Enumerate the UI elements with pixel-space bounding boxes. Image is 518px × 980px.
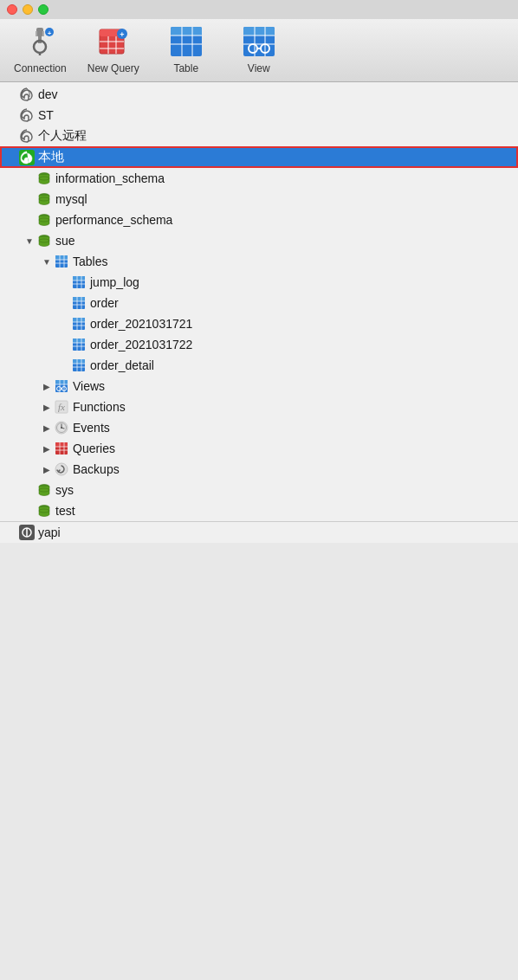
tree-label-information-schema: information_schema (55, 171, 165, 185)
events-icon (54, 420, 69, 435)
chevron-functions (42, 402, 52, 412)
functions-icon: fx (54, 399, 69, 415)
tree-item-yapi[interactable]: yapi (0, 521, 518, 543)
tree-label-jump-log: jump_log (90, 275, 139, 289)
table-icon-tables (54, 254, 69, 269)
tree-label-functions: Functions (73, 400, 126, 414)
svg-text:+: + (120, 30, 124, 39)
maximize-button[interactable] (38, 4, 49, 15)
leaf-icon-st (19, 107, 35, 123)
tree-item-order[interactable]: order (0, 293, 518, 313)
tree-item-sys[interactable]: sys (0, 480, 518, 500)
svg-rect-23 (243, 27, 275, 35)
tree-label-mysql: mysql (55, 192, 87, 206)
tree-label-order-detail: order_detail (90, 358, 154, 372)
database-icon-information-schema (36, 171, 52, 186)
chevron-views (42, 381, 52, 391)
svg-rect-47 (73, 276, 85, 280)
leaf-icon-personal (19, 128, 35, 144)
svg-rect-4 (36, 31, 37, 36)
table-label: Table (173, 62, 198, 74)
tree-item-order-2021031721[interactable]: order_2021031721 (0, 313, 518, 334)
view-label: View (248, 62, 270, 74)
database-icon-test (36, 503, 52, 519)
tree-label-sys: sys (55, 483, 74, 497)
svg-rect-77 (55, 380, 68, 384)
svg-rect-92 (55, 442, 68, 447)
svg-rect-17 (171, 27, 202, 35)
table-icon-jump-log (71, 274, 87, 290)
tree-label-queries: Queries (73, 442, 115, 455)
svg-rect-0 (36, 28, 43, 36)
table-icon-order-detail (71, 358, 87, 373)
tree-item-local[interactable]: 本地 (0, 146, 518, 168)
tree-item-order-detail[interactable]: order_detail (0, 355, 518, 376)
svg-rect-5 (42, 31, 44, 36)
tree-item-mysql[interactable]: mysql (0, 189, 518, 210)
close-button[interactable] (7, 4, 17, 15)
tree-label-sue: sue (55, 234, 75, 248)
chevron-queries (42, 443, 52, 454)
tree-label-st: ST (38, 108, 54, 122)
yapi-icon (19, 525, 35, 540)
tree-label-personal-remote: 个人远程 (38, 128, 87, 144)
svg-rect-65 (73, 338, 85, 343)
tree-item-st[interactable]: ST (0, 105, 518, 126)
database-icon-mysql (36, 191, 52, 207)
connection-toolbar-item[interactable]: + Connection (14, 24, 67, 74)
chevron-events (42, 422, 52, 433)
svg-point-90 (61, 427, 62, 429)
tree-item-test[interactable]: test (0, 500, 518, 521)
views-icon (54, 378, 69, 394)
tree-label-views: Views (73, 379, 105, 393)
backups-icon (54, 461, 69, 477)
tree-item-events[interactable]: Events (0, 417, 518, 438)
tree-item-tables[interactable]: Tables (0, 251, 518, 272)
view-icon (242, 24, 276, 59)
table-toolbar-item[interactable]: Table (160, 24, 212, 74)
tree-item-order-2021031722[interactable]: order_2021031722 (0, 334, 518, 355)
tree-item-jump-log[interactable]: jump_log (0, 272, 518, 293)
svg-rect-41 (55, 255, 68, 260)
tree-label-test: test (55, 504, 75, 518)
minimize-button[interactable] (23, 4, 33, 15)
tree-item-queries[interactable]: Queries (0, 438, 518, 459)
tree-item-performance-schema[interactable]: performance_schema (0, 210, 518, 230)
tree-item-sue[interactable]: sue (0, 230, 518, 251)
toolbar: + Connection + New Query (0, 19, 518, 82)
database-icon-performance-schema (36, 212, 52, 228)
tree-item-information-schema[interactable]: information_schema (0, 168, 518, 189)
tree-label-tables: Tables (73, 255, 107, 268)
leaf-icon-dev (19, 87, 35, 102)
tree-item-dev[interactable]: dev (0, 84, 518, 105)
sidebar: dev ST 个人远程 本地 (0, 82, 518, 543)
table-icon-order (71, 295, 87, 311)
new-query-toolbar-item[interactable]: + New Query (87, 24, 139, 74)
table-icon-order-2021031722 (71, 337, 87, 352)
chevron-backups (42, 464, 52, 474)
view-toolbar-item[interactable]: View (233, 24, 285, 74)
connection-icon: + (23, 24, 57, 59)
tree-label-yapi: yapi (38, 525, 61, 539)
table-icon-order-2021031721 (71, 316, 87, 332)
new-query-icon: + (96, 24, 131, 59)
tree-label-events: Events (73, 421, 110, 435)
tree-label-order-2021031722: order_2021031722 (90, 338, 192, 351)
tree-item-personal-remote[interactable]: 个人远程 (0, 126, 518, 146)
svg-rect-59 (73, 318, 85, 322)
svg-rect-53 (73, 297, 85, 301)
tree-item-functions[interactable]: fx Functions (0, 397, 518, 417)
green-leaf-icon-local (19, 150, 35, 165)
chevron-tables (42, 256, 52, 267)
tree-label-backups: Backups (73, 462, 120, 476)
tree-item-views[interactable]: Views (0, 376, 518, 397)
tree-item-backups[interactable]: Backups (0, 459, 518, 480)
table-icon (169, 24, 204, 59)
svg-rect-71 (73, 359, 85, 364)
connection-label: Connection (14, 62, 67, 74)
svg-point-97 (55, 463, 68, 475)
database-icon-sys (36, 482, 52, 498)
queries-icon (54, 441, 69, 456)
svg-text:fx: fx (58, 402, 65, 412)
tree-label-local: 本地 (38, 149, 64, 165)
